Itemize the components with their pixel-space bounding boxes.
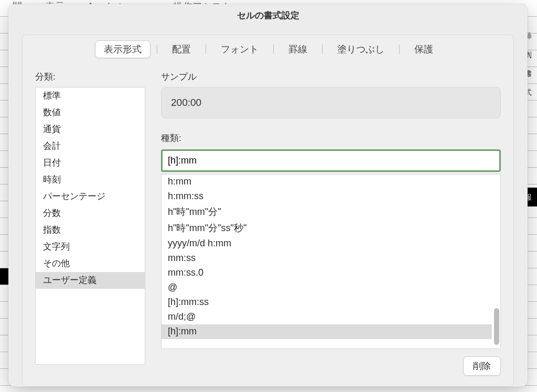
sample-box: 200:00 [161,87,501,118]
category-list[interactable]: 標準数値通貨会計日付時刻パーセンテージ分数指数文字列その他ユーザー定義 [35,87,145,365]
type-item[interactable]: h"時"mm"分" [162,204,492,220]
dialog-inner: 表示形式 配置 フォント 罫線 塗りつぶし 保護 分類: 標準数値通貨会計日付時… [22,35,514,387]
category-item[interactable]: 日付 [36,155,145,171]
tab-fill[interactable]: 塗りつぶし [329,41,393,58]
type-input-wrap [161,149,501,172]
tab-align[interactable]: 配置 [164,41,199,58]
category-label: 分類: [35,71,145,83]
tab-separator [206,45,206,54]
type-item[interactable]: mm:ss [162,251,492,266]
type-item[interactable]: yyyy/m/d h:mm [162,236,492,251]
type-input[interactable] [163,151,499,170]
type-item[interactable]: [h]:mm [162,324,492,339]
delete-button[interactable]: 削除 [463,356,501,376]
tab-border[interactable]: 罫線 [280,41,316,58]
type-item[interactable]: h:mm:ss [162,189,492,204]
type-item[interactable]: h"時"mm"分"ss"秒" [162,220,492,236]
type-list[interactable]: h:mmh:mm:ssh"時"mm"分"h"時"mm"分"ss"秒"yyyy/m… [161,174,501,349]
dialog-title: セルの書式設定 [8,4,528,26]
category-item[interactable]: 分数 [36,205,145,222]
tab-separator [273,45,274,54]
type-list-scrollbar[interactable] [494,308,499,345]
tab-protect[interactable]: 保護 [406,41,442,58]
category-item[interactable]: その他 [36,255,145,272]
category-item[interactable]: 会計 [36,138,145,155]
tab-separator [322,45,323,54]
format-cells-dialog: セルの書式設定 表示形式 配置 フォント 罫線 塗りつぶし 保護 分類: 標準数… [8,4,528,387]
category-item[interactable]: ユーザー定義 [36,272,145,289]
category-item[interactable]: 文字列 [36,238,145,255]
tab-number[interactable]: 表示形式 [95,40,151,58]
category-item[interactable]: 指数 [36,222,145,238]
type-item[interactable]: @ [162,280,492,295]
type-item[interactable]: [h]:mm:ss [162,295,492,310]
type-item[interactable]: mm:ss.0 [162,266,492,280]
type-item[interactable]: m/d;@ [162,310,492,324]
category-item[interactable]: 数値 [36,104,145,121]
category-item[interactable]: 標準 [36,88,145,104]
category-item[interactable]: 時刻 [36,171,145,188]
tab-separator [399,45,400,54]
sample-value: 200:00 [171,97,201,108]
tab-bar: 表示形式 配置 フォント 罫線 塗りつぶし 保護 [23,35,513,63]
tab-separator [157,45,157,54]
type-label: 種類: [161,132,501,144]
tab-font[interactable]: フォント [212,41,267,58]
category-item[interactable]: 通貨 [36,121,145,138]
sample-label: サンプル [161,71,501,83]
category-item[interactable]: パーセンテージ [36,188,145,205]
type-item[interactable]: h:mm [162,175,492,189]
